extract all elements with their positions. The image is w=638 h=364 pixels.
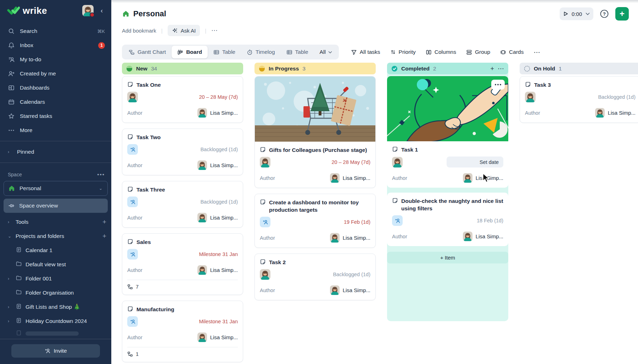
- add-tool-button[interactable]: +: [102, 218, 106, 226]
- author-value[interactable]: Lisa Simp...: [595, 108, 636, 118]
- sidebar-item-default-view-test[interactable]: Default view test: [0, 257, 111, 272]
- task-card[interactable]: Task 3 Backlogged (1d) Author Lisa Simp.…: [520, 76, 638, 123]
- set-date-button[interactable]: Set date: [447, 157, 503, 167]
- sidebar-item-tools[interactable]: › Tools +: [0, 215, 111, 229]
- add-bookmark-link[interactable]: Add bookmark: [122, 28, 156, 34]
- sidebar-item-gift-lists[interactable]: › Gift Lists and Shop 🎄: [0, 300, 111, 314]
- sidebar-item-inbox[interactable]: Inbox 1: [0, 38, 111, 52]
- add-assignee-button[interactable]: [127, 316, 138, 327]
- space-menu-button[interactable]: •••: [97, 171, 105, 177]
- assignee-avatar[interactable]: [392, 157, 403, 167]
- card-image-menu-button[interactable]: [491, 80, 505, 90]
- author-value[interactable]: Lisa Simp...: [463, 232, 503, 241]
- due-date[interactable]: 20 – 28 May (7d): [199, 94, 238, 100]
- author-value[interactable]: Lisa Simp...: [197, 108, 238, 118]
- task-card[interactable]: Sales Milestone 31 Jan Author Lisa Simp.…: [122, 233, 243, 295]
- space-selector[interactable]: Personal ⌄: [4, 181, 108, 196]
- sort-priority-button[interactable]: Priority: [390, 49, 416, 55]
- sidebar-item-starred-tasks[interactable]: Starred tasks: [0, 109, 111, 123]
- author-value[interactable]: Lisa Simp...: [330, 173, 370, 183]
- sidebar-item-my-todo[interactable]: My to-do: [0, 52, 111, 67]
- assignee-avatar[interactable]: [127, 92, 138, 102]
- subitems-footer[interactable]: 7: [127, 280, 238, 290]
- subitems-footer[interactable]: 1: [127, 347, 238, 357]
- sidebar-item-pinned[interactable]: › Pinned: [0, 145, 111, 159]
- task-card[interactable]: Task Two Backlogged (1d) Author Lisa Sim…: [122, 129, 243, 175]
- author-value[interactable]: Lisa Simp...: [197, 213, 238, 222]
- add-assignee-button[interactable]: [127, 144, 138, 155]
- chevron-down-icon[interactable]: [586, 12, 590, 15]
- sidebar-item-created-by-me[interactable]: Created by me: [0, 67, 111, 81]
- help-button[interactable]: ?: [599, 8, 610, 19]
- add-assignee-button[interactable]: [127, 197, 138, 207]
- author-value[interactable]: Lisa Simp...: [330, 285, 370, 295]
- add-assignee-button[interactable]: [392, 215, 403, 226]
- column-menu-button[interactable]: ⋯: [498, 66, 504, 72]
- create-new-button[interactable]: +: [615, 7, 629, 21]
- add-card-button[interactable]: +: [490, 66, 494, 72]
- column-in-progress-header[interactable]: In Progress 3: [254, 63, 376, 74]
- columns-button[interactable]: Columns: [426, 49, 456, 55]
- sidebar-item-calendar-1[interactable]: Calendar 1: [0, 243, 111, 257]
- wrike-logo[interactable]: wrike: [7, 5, 79, 16]
- add-item-button[interactable]: + Item: [387, 252, 508, 263]
- task-card[interactable]: Task Three Backlogged (1d) Author Lisa S…: [122, 181, 243, 228]
- filter-all-tasks-button[interactable]: All tasks: [351, 49, 380, 55]
- author-value[interactable]: Lisa Simp...: [197, 265, 238, 275]
- add-assignee-button[interactable]: [127, 249, 138, 260]
- group-button[interactable]: Group: [466, 49, 490, 55]
- due-date[interactable]: 19 Feb (1d): [344, 219, 370, 225]
- sidebar-item-calendars[interactable]: Calendars: [0, 95, 111, 109]
- tab-gantt-chart[interactable]: Gantt Chart: [123, 46, 172, 58]
- author-value[interactable]: Lisa Simp...: [330, 233, 370, 243]
- assignee-avatar[interactable]: [525, 92, 536, 102]
- task-card[interactable]: Create a dashboard to monitor toy produc…: [254, 194, 376, 248]
- tab-board[interactable]: Board: [172, 46, 208, 58]
- sidebar-item-holiday-countdown[interactable]: › Holiday Countdown 2024: [0, 314, 111, 328]
- sidebar-item-search[interactable]: Search ⌘K: [0, 24, 111, 38]
- task-card[interactable]: Gifts for Colleagues (Purchase stage) 20…: [254, 76, 376, 188]
- play-icon[interactable]: [563, 11, 568, 16]
- add-project-button[interactable]: +: [102, 232, 106, 240]
- tab-timelog[interactable]: Timelog: [241, 46, 281, 58]
- due-date[interactable]: 18 Feb (1d): [477, 218, 503, 223]
- task-card[interactable]: Double-check the naughty and nice list u…: [387, 193, 508, 246]
- due-date[interactable]: Backlogged (1d): [200, 199, 238, 205]
- toolbar-more-button[interactable]: ⋯: [533, 48, 541, 56]
- chevron-down-icon: [328, 51, 332, 53]
- add-assignee-button[interactable]: [260, 217, 270, 227]
- assignee-avatar[interactable]: [260, 157, 270, 167]
- header-more-button[interactable]: ⋯: [211, 27, 218, 34]
- column-completed-header[interactable]: Completed 2 + ⋯: [387, 63, 508, 74]
- sidebar-item-more[interactable]: More: [0, 123, 111, 137]
- task-card[interactable]: Task One 20 – 28 May (7d) Author Lisa Si…: [122, 76, 243, 123]
- user-avatar[interactable]: [82, 5, 94, 16]
- sidebar-item-dashboards[interactable]: Dashboards: [0, 81, 111, 95]
- sidebar-item-folder-organisation[interactable]: Folder Organisation: [0, 286, 111, 300]
- tab-table-1[interactable]: Table: [208, 46, 241, 58]
- task-card[interactable]: Manufacturing Milestone 31 Jan Author Li…: [122, 301, 243, 362]
- column-on-hold-header[interactable]: On Hold 1: [520, 63, 638, 74]
- task-card[interactable]: Task 1 Set date Author Lisa Simp...: [387, 76, 508, 188]
- sidebar-item-space-overview[interactable]: Space overview: [4, 199, 108, 213]
- assignee-avatar[interactable]: [260, 269, 270, 280]
- due-date[interactable]: Backlogged (1d): [200, 147, 238, 152]
- sidebar-item-folder-001[interactable]: › Folder 001: [0, 272, 111, 286]
- timer-widget[interactable]: 0:00: [560, 7, 593, 20]
- scope-dropdown[interactable]: All: [314, 49, 338, 55]
- due-date[interactable]: Milestone 31 Jan: [199, 319, 238, 324]
- task-card[interactable]: Task 2 Backlogged (1d) Author Lisa Simp.…: [254, 254, 376, 300]
- column-new-header[interactable]: New 34: [122, 63, 243, 74]
- sidebar-item-projects-and-folders[interactable]: ⌄ Projects and folders +: [0, 229, 111, 243]
- due-date[interactable]: 20 – 28 May (7d): [331, 159, 370, 165]
- due-date[interactable]: Backlogged (1d): [598, 94, 636, 100]
- due-date[interactable]: Milestone 31 Jan: [199, 251, 238, 257]
- sidebar-collapse-button[interactable]: ‹: [97, 7, 106, 15]
- due-date[interactable]: Backlogged (1d): [333, 272, 370, 277]
- invite-button[interactable]: Invite: [11, 344, 100, 358]
- ask-ai-button[interactable]: Ask AI: [168, 25, 200, 36]
- author-value[interactable]: Lisa Simp...: [197, 160, 238, 170]
- cards-button[interactable]: Cards: [500, 49, 524, 55]
- tab-table-2[interactable]: Table: [281, 46, 314, 58]
- author-value[interactable]: Lisa Simp...: [197, 332, 238, 342]
